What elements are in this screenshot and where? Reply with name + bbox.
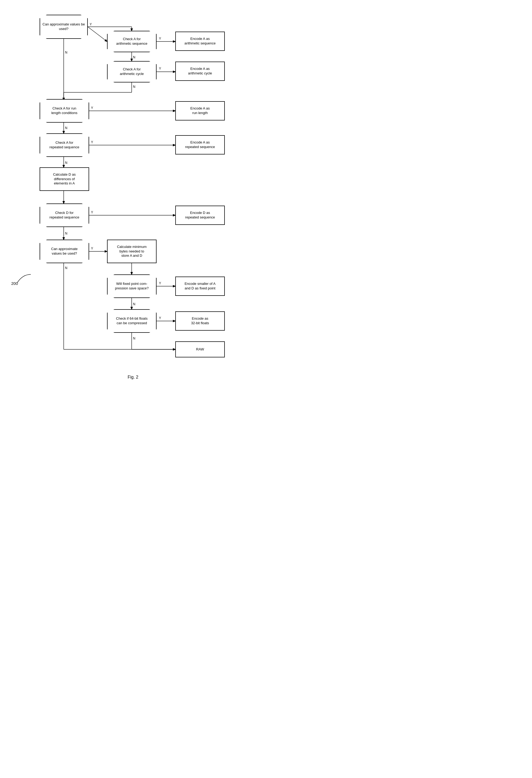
raw-box: RAW [175,341,225,358]
svg-text:Y: Y [159,316,161,320]
svg-text:Y: Y [159,282,161,285]
svg-text:N: N [133,85,136,89]
svg-text:Y: Y [91,106,93,110]
svg-text:N: N [133,302,136,306]
check-64bit: Check if 64-bit floatscan be compressed [107,309,157,333]
svg-text:N: N [65,126,68,130]
calc-differences: Calculate D asdifferences ofelements in … [39,167,89,191]
ref-arrow [15,273,36,287]
check-d-repeated: Check D forrepeated sequence [39,204,89,227]
encode-run-length: Encode A asrun length [175,101,225,121]
can-approx-top: Can approximate values be used? [39,15,88,39]
fixed-point-save: Will fixed point com-pression save space… [107,275,157,298]
encode-32bit: Encode as32-bit floats [175,311,225,331]
svg-text:Y: Y [159,37,161,41]
svg-text:Y: Y [159,67,161,70]
encode-repeated-seq: Encode A asrepeated sequence [175,135,225,154]
diagram: Y N Y N Y N Y N Y N Y [0,0,266,370]
fig-label: Fig. 2 [0,370,266,382]
check-arith-seq: Check A forarithmetic sequence [107,31,157,52]
encode-arith-seq: Encode A asarithmetic sequence [175,31,225,51]
svg-text:N: N [65,161,68,165]
check-run-length: Check A for runlength conditions [39,99,89,123]
encode-fixed-point: Encode smaller of Aand D as fixed point [175,277,225,296]
calc-min-bytes: Calculate minimumbytes needed tostore A … [107,240,157,263]
check-repeated-seq: Check A forrepeated sequence [39,133,89,157]
svg-line-0 [88,27,107,42]
encode-d-repeated: Encode D asrepeated sequence [175,206,225,225]
svg-text:N: N [65,232,68,235]
svg-text:Y: Y [91,247,93,250]
svg-text:Y: Y [90,22,92,26]
svg-text:N: N [65,51,68,54]
encode-arith-cycle: Encode A asarithmetic cycle [175,62,225,81]
check-arith-cycle: Check A forarithmetic cycle [107,61,157,82]
svg-text:N: N [133,56,136,59]
svg-text:N: N [133,336,136,340]
svg-text:Y: Y [91,140,93,144]
svg-text:Y: Y [91,211,93,214]
svg-text:N: N [65,266,68,270]
can-approx-bot: Can approximatevalues be used? [39,240,89,263]
